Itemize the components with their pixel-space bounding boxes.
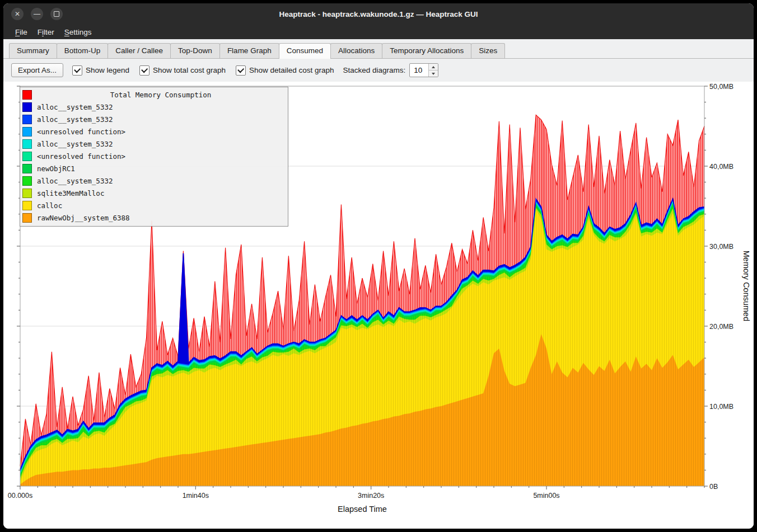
x-axis-tick-label: 00.000s: [8, 492, 32, 500]
x-axis-tick-label: 3min20s: [358, 492, 384, 500]
legend-label: alloc__system_5332: [37, 115, 113, 124]
x-axis-tick-label: 1min40s: [183, 492, 209, 500]
minimize-icon[interactable]: —: [31, 8, 43, 20]
legend-color-swatch: [22, 90, 32, 100]
y-axis-tick-label: 30,0MB: [709, 243, 733, 251]
legend-item: alloc__system_5332: [22, 113, 284, 125]
legend-item: newObjRC1: [22, 162, 284, 175]
legend-item: <unresolved function>: [22, 150, 284, 162]
legend-label: <unresolved function>: [37, 152, 125, 161]
x-axis-tick-label: 5min00s: [533, 492, 559, 500]
legend-item: alloc__system_5332: [22, 101, 284, 113]
export-as-button[interactable]: Export As...: [11, 63, 63, 77]
checkbox-icon: [236, 65, 246, 76]
tab-summary[interactable]: Summary: [9, 43, 57, 58]
legend-label: <unresolved function>: [37, 128, 125, 136]
legend-title: Total Memory Consumption: [22, 88, 284, 101]
tab-flame-graph[interactable]: Flame Graph: [219, 43, 279, 58]
legend-label: calloc: [37, 201, 62, 210]
legend-color-swatch: [22, 115, 32, 124]
legend-label: Total Memory Consumption: [37, 91, 284, 99]
y-axis-tick-label: 50,0MB: [709, 83, 733, 91]
title-bar[interactable]: ✕ — Heaptrack - heaptrack.wakunode.1.gz …: [3, 3, 754, 25]
legend-item: rawNewObj__system_6388: [22, 211, 284, 224]
chart-panel: 0B10,0MB20,0MB30,0MB40,0MB50,0MB00.000s1…: [3, 82, 754, 529]
legend-color-swatch: [22, 139, 32, 149]
legend-color-swatch: [22, 102, 32, 112]
legend-label: sqlite3MemMalloc: [37, 189, 104, 197]
legend-item: calloc: [22, 199, 284, 211]
tab-temporary-allocations[interactable]: Temporary Allocations: [382, 43, 471, 58]
show-detailed-cost-graph-checkbox[interactable]: Show detailed cost graph: [236, 65, 334, 76]
menu-settings[interactable]: Settings: [59, 26, 97, 38]
legend-label: rawNewObj__system_6388: [37, 214, 130, 222]
y-axis-tick-label: 40,0MB: [709, 163, 733, 171]
heaptrack-window: ✕ — Heaptrack - heaptrack.wakunode.1.gz …: [3, 3, 754, 529]
legend-color-swatch: [22, 152, 32, 161]
chart-legend: Total Memory Consumptionalloc__system_53…: [20, 87, 288, 227]
toolbar: Export As... Show legendShow total cost …: [3, 59, 754, 82]
legend-label: newObjRC1: [37, 164, 75, 173]
legend-color-swatch: [22, 164, 32, 173]
window-controls: ✕ —: [11, 3, 63, 25]
legend-color-swatch: [22, 127, 32, 136]
y-axis-tick-label: 10,0MB: [709, 403, 733, 411]
checkbox-icon: [139, 65, 149, 76]
legend-item: sqlite3MemMalloc: [22, 187, 284, 199]
tab-top-down[interactable]: Top-Down: [170, 43, 220, 58]
checkbox-label: Show total cost graph: [153, 66, 226, 74]
maximize-icon[interactable]: [50, 8, 63, 20]
legend-label: alloc__system_5332: [37, 177, 113, 185]
y-axis-title: Memory Consumed: [742, 251, 751, 322]
close-icon[interactable]: ✕: [11, 8, 24, 20]
window-title: Heaptrack - heaptrack.wakunode.1.gz — He…: [3, 10, 754, 18]
spinbox-buttons: [428, 64, 438, 77]
arrow-up-icon: [432, 66, 435, 68]
y-axis-tick-label: 0B: [709, 483, 718, 491]
arrow-down-icon: [432, 73, 435, 75]
tab-allocations[interactable]: Allocations: [330, 43, 382, 58]
legend-item: alloc__system_5332: [22, 138, 284, 150]
stacked-diagrams-label: Stacked diagrams:: [343, 66, 406, 74]
x-axis-title: Elapsed Time: [338, 505, 387, 514]
checkbox-label: Show detailed cost graph: [249, 66, 334, 74]
tab-bar: SummaryBottom-UpCaller / CalleeTop-DownF…: [3, 39, 754, 59]
legend-color-swatch: [22, 189, 32, 198]
menu-filter[interactable]: Filter: [32, 26, 59, 38]
legend-color-swatch: [22, 176, 32, 186]
show-legend-checkbox[interactable]: Show legend: [72, 65, 129, 76]
checkbox-label: Show legend: [86, 66, 129, 74]
legend-color-swatch: [22, 201, 32, 210]
legend-label: alloc__system_5332: [37, 140, 113, 148]
legend-item: <unresolved function>: [22, 125, 284, 138]
spin-down-button[interactable]: [429, 70, 438, 77]
spinbox-value[interactable]: 10: [410, 64, 428, 77]
checkbox-icon: [72, 65, 82, 76]
tab-bottom-up[interactable]: Bottom-Up: [57, 43, 109, 58]
legend-label: alloc__system_5332: [37, 103, 113, 111]
menu-bar: FileFilterSettings: [3, 25, 754, 39]
tab-caller-callee[interactable]: Caller / Callee: [108, 43, 171, 58]
stacked-diagrams-control: Stacked diagrams: 10: [343, 63, 439, 77]
tab-consumed[interactable]: Consumed: [279, 43, 331, 59]
tab-sizes[interactable]: Sizes: [471, 43, 505, 58]
legend-color-swatch: [22, 213, 32, 223]
show-total-cost-graph-checkbox[interactable]: Show total cost graph: [139, 65, 226, 76]
spin-up-button[interactable]: [429, 64, 438, 70]
y-axis-tick-label: 20,0MB: [709, 323, 733, 331]
stacked-diagrams-spinbox[interactable]: 10: [409, 63, 438, 77]
legend-item: alloc__system_5332: [22, 175, 284, 187]
menu-file[interactable]: File: [10, 26, 32, 38]
main-area: SummaryBottom-UpCaller / CalleeTop-DownF…: [3, 39, 754, 529]
toolbar-checkboxes: Show legendShow total cost graphShow det…: [72, 65, 334, 76]
